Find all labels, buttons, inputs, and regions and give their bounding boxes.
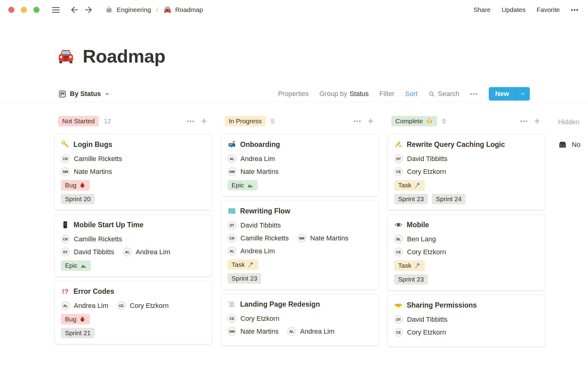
person-andrea-lim[interactable]: ALAndrea Lim bbox=[228, 154, 275, 163]
person-david-tibbitts[interactable]: DTDavid Tibbitts bbox=[394, 154, 447, 163]
hidden-group-label: No bbox=[572, 141, 580, 149]
chevron-down-icon bbox=[520, 91, 526, 97]
person-nate-martins[interactable]: NMNate Martins bbox=[297, 234, 349, 243]
share-button[interactable]: Share bbox=[473, 6, 491, 13]
column-status-badge[interactable]: Not Started bbox=[58, 116, 99, 126]
column-add-card-button[interactable]: + bbox=[201, 117, 207, 125]
tag-epic[interactable]: Epic bbox=[228, 180, 258, 190]
person-camille-ricketts[interactable]: CRCamille Ricketts bbox=[61, 235, 122, 243]
person-name: Nate Martins bbox=[310, 234, 349, 242]
person-nate-martins[interactable]: NMNate Martins bbox=[228, 167, 279, 176]
minimize-window-button[interactable] bbox=[21, 7, 27, 13]
person-cory-etzkorn[interactable]: CECory Etzkorn bbox=[228, 314, 279, 323]
card-login-bugs[interactable]: Login BugsCRCamille RickettsNMNate Marti… bbox=[55, 134, 212, 210]
sort-button[interactable]: Sort bbox=[405, 90, 417, 98]
person-david-tibbitts[interactable]: DTDavid Tibbitts bbox=[61, 247, 114, 256]
column-add-card-button[interactable]: + bbox=[368, 117, 374, 125]
column-header: Complete5•••+ bbox=[388, 116, 545, 126]
person-row: CRCamille RickettsNMNate Martins bbox=[228, 234, 372, 243]
person-camille-ricketts[interactable]: CRCamille Ricketts bbox=[228, 234, 289, 243]
tag-row: Epic bbox=[228, 180, 372, 190]
tag-sprint-23[interactable]: Sprint 23 bbox=[228, 273, 261, 284]
column-more-button[interactable]: ••• bbox=[187, 118, 195, 125]
search-button[interactable]: Search bbox=[428, 90, 459, 98]
person-name: David Tibbitts bbox=[240, 221, 281, 229]
person-name: Cory Etzkorn bbox=[407, 328, 446, 336]
breadcrumb-workspace[interactable]: Engineering bbox=[105, 6, 151, 14]
tag-sprint-23[interactable]: Sprint 23 bbox=[394, 274, 428, 285]
board-column-not-started: Not Started12•••+Login BugsCRCamille Ric… bbox=[55, 116, 212, 349]
person-row: ALAndrea LimCECory Etzkorn bbox=[61, 301, 205, 310]
tag-task[interactable]: Task bbox=[394, 260, 425, 271]
person-row: CRCamille Ricketts bbox=[61, 235, 205, 243]
breadcrumb-workspace-label: Engineering bbox=[117, 6, 151, 13]
card-error-codes[interactable]: !?Error CodesALAndrea LimCECory EtzkornB… bbox=[55, 281, 212, 344]
tag-sprint-21[interactable]: Sprint 21 bbox=[61, 328, 95, 338]
hidden-group-no-status[interactable]: No bbox=[558, 140, 588, 149]
robot-icon bbox=[105, 6, 113, 14]
new-button[interactable]: New bbox=[489, 87, 530, 101]
column-status-badge[interactable]: Complete bbox=[391, 116, 437, 126]
hidden-label[interactable]: Hidden bbox=[558, 118, 588, 126]
tag-sprint-24[interactable]: Sprint 24 bbox=[432, 194, 466, 204]
filter-button[interactable]: Filter bbox=[379, 90, 394, 98]
card-mobile[interactable]: MobileBLBen LangCECory EtzkornTaskSprint… bbox=[388, 215, 545, 290]
person-andrea-lim[interactable]: ALAndrea Lim bbox=[287, 327, 335, 336]
column-status-badge[interactable]: In Progress bbox=[225, 116, 266, 126]
person-andrea-lim[interactable]: ALAndrea Lim bbox=[123, 247, 170, 256]
person-ben-lang[interactable]: BLBen Lang bbox=[394, 235, 436, 243]
card-mobile-start-up-time[interactable]: Mobile Start Up TimeCRCamille RickettsDT… bbox=[55, 215, 212, 277]
person-nate-martins[interactable]: NMNate Martins bbox=[228, 327, 279, 336]
avatar-icon: CE bbox=[117, 301, 126, 310]
tag-sprint-20[interactable]: Sprint 20 bbox=[61, 194, 95, 204]
sidebar-menu-icon[interactable] bbox=[51, 5, 61, 15]
view-selector[interactable]: By Status bbox=[58, 90, 110, 98]
person-andrea-lim[interactable]: ALAndrea Lim bbox=[61, 301, 108, 310]
person-name: Andrea Lim bbox=[300, 328, 335, 335]
person-nate-martins[interactable]: NMNate Martins bbox=[61, 167, 112, 176]
card-rewrite-query-caching-logic[interactable]: Rewrite Query Caching LogicDTDavid Tibbi… bbox=[388, 134, 545, 210]
more-options-button[interactable]: ••• bbox=[571, 6, 579, 13]
new-button-dropdown[interactable] bbox=[515, 87, 530, 101]
person-andrea-lim[interactable]: ALAndrea Lim bbox=[228, 247, 275, 255]
column-count: 5 bbox=[442, 117, 446, 125]
breadcrumb-page[interactable]: Roadmap bbox=[163, 6, 203, 14]
zoom-window-button[interactable] bbox=[33, 7, 40, 13]
person-camille-ricketts[interactable]: CRCamille Ricketts bbox=[61, 154, 122, 163]
page-icon-car[interactable] bbox=[56, 47, 75, 66]
toolbar-more-button[interactable]: ••• bbox=[470, 90, 478, 97]
back-button[interactable] bbox=[70, 5, 79, 14]
column-add-card-button[interactable]: + bbox=[534, 117, 540, 125]
forward-button[interactable] bbox=[84, 5, 93, 14]
tag-task[interactable]: Task bbox=[394, 180, 425, 190]
person-david-tibbitts[interactable]: DTDavid Tibbitts bbox=[228, 221, 281, 230]
column-more-button[interactable]: ••• bbox=[353, 118, 361, 125]
card-onboarding[interactable]: OnboardingALAndrea LimNMNate MartinsEpic bbox=[221, 134, 379, 196]
card-rewriting-flow[interactable]: Rewriting FlowDTDavid TibbittsCRCamille … bbox=[221, 201, 379, 289]
updates-button[interactable]: Updates bbox=[502, 6, 526, 13]
tag-sprint-23[interactable]: Sprint 23 bbox=[394, 194, 428, 204]
avatar-icon: CE bbox=[228, 314, 236, 323]
person-name: Andrea Lim bbox=[240, 247, 275, 255]
properties-button[interactable]: Properties bbox=[278, 90, 309, 98]
favorite-button[interactable]: Favorite bbox=[537, 6, 560, 13]
person-row: DTDavid Tibbitts bbox=[228, 221, 372, 230]
person-cory-etzkorn[interactable]: CECory Etzkorn bbox=[394, 328, 446, 337]
card-landing-page-redesign[interactable]: Landing Page RedesignCECory EtzkornNMNat… bbox=[221, 294, 379, 346]
tag-task[interactable]: Task bbox=[228, 259, 258, 270]
person-cory-etzkorn[interactable]: CECory Etzkorn bbox=[117, 301, 169, 310]
card-title-row: Onboarding bbox=[228, 140, 372, 149]
tag-bug[interactable]: Bug bbox=[61, 180, 90, 190]
close-window-button[interactable] bbox=[8, 7, 14, 13]
card-sharing-permissions[interactable]: Sharing PermissionsDTDavid TibbittsCECor… bbox=[388, 295, 545, 347]
tag-epic[interactable]: Epic bbox=[61, 260, 91, 271]
column-header: In Progress5•••+ bbox=[221, 116, 379, 126]
group-by-button[interactable]: Group byStatus bbox=[319, 90, 369, 98]
breadcrumb: Engineering / Roadmap bbox=[105, 6, 203, 14]
person-cory-etzkorn[interactable]: CECory Etzkorn bbox=[394, 247, 446, 256]
person-david-tibbitts[interactable]: DTDavid Tibbitts bbox=[394, 315, 447, 324]
person-cory-etzkorn[interactable]: CECory Etzkorn bbox=[394, 167, 446, 176]
person-name: Andrea Lim bbox=[136, 248, 170, 256]
column-more-button[interactable]: ••• bbox=[520, 118, 528, 125]
tag-bug[interactable]: Bug bbox=[61, 314, 90, 324]
